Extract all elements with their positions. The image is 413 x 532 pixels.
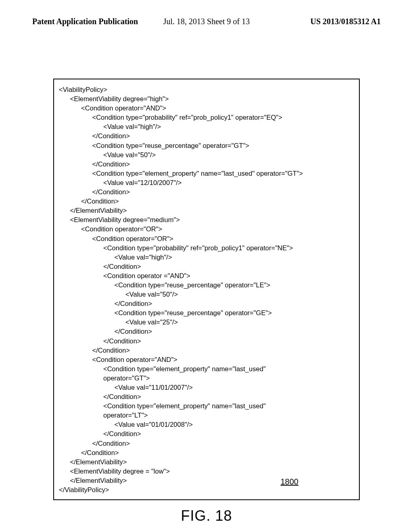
header-right: US 2013/0185312 A1	[311, 17, 381, 26]
header-center: Jul. 18, 2013 Sheet 9 of 13	[163, 17, 250, 26]
xml-code-box: <ViabilityPolicy> <ElementViability degr…	[53, 79, 360, 500]
header-left: Patent Application Publication	[32, 17, 138, 26]
figure-reference-number: 1800	[281, 477, 299, 486]
page-header: Patent Application Publication Jul. 18, …	[32, 17, 381, 26]
figure-caption: FIG. 18	[32, 507, 381, 524]
xml-code: <ViabilityPolicy> <ElementViability degr…	[59, 85, 354, 495]
